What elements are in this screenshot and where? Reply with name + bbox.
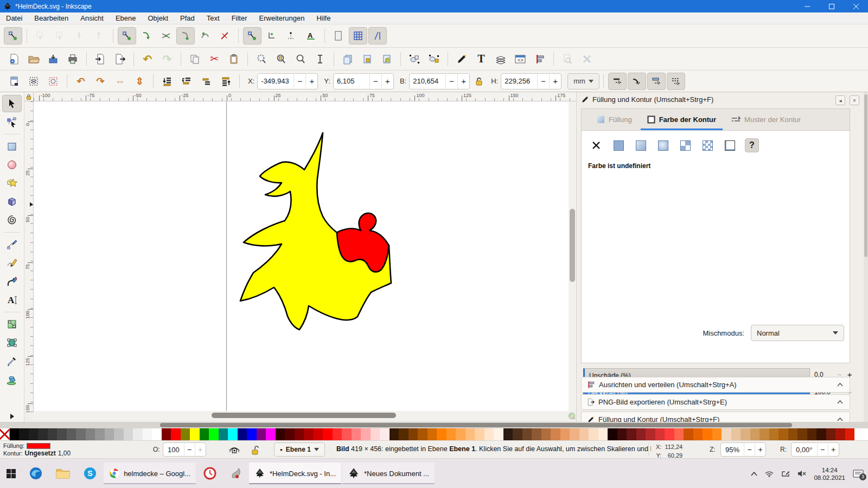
palette-swatch[interactable] (797, 428, 807, 440)
menu-bearbeiten[interactable]: Bearbeiten (28, 14, 74, 22)
rotation-inc[interactable]: + (828, 442, 839, 457)
rotation-value[interactable]: 0,00° (792, 446, 817, 454)
selector-tool[interactable] (2, 95, 22, 112)
inkscape-neues-dokument-taskbar-button[interactable]: *Neues Dokument ... (342, 463, 435, 484)
palette-swatch[interactable] (446, 428, 456, 440)
explorer-taskbar-button[interactable] (49, 463, 76, 484)
layers-dialog-icon[interactable] (492, 50, 510, 68)
find-icon[interactable] (558, 50, 577, 68)
raise-to-top-icon[interactable] (216, 73, 235, 90)
edge-taskbar-button[interactable] (22, 463, 49, 484)
ellipse-tool[interactable] (2, 156, 22, 174)
tab-fuellung[interactable]: Füllung (589, 109, 640, 130)
palette-no-color[interactable] (0, 428, 10, 440)
rotate-cw-icon[interactable]: ↷ (91, 73, 110, 90)
rectangle-tool[interactable] (2, 138, 22, 155)
close-button[interactable] (844, 0, 868, 12)
vertical-scrollbar[interactable] (569, 101, 576, 411)
palette-swatch[interactable] (399, 428, 409, 440)
y-value[interactable]: 6,105 (334, 77, 369, 85)
undo-icon[interactable]: ↶ (138, 50, 157, 68)
palette-swatch[interactable] (361, 428, 371, 440)
current-layer-selector[interactable]: ● Ebene 1 (274, 442, 325, 457)
snap-rotation-center-icon[interactable] (282, 27, 301, 44)
transform-gradient-toggle[interactable] (647, 73, 666, 90)
paint-swatch-button[interactable] (700, 138, 714, 152)
palette-swatch[interactable] (589, 428, 598, 440)
snap-bbox-corner-icon[interactable] (71, 27, 89, 44)
palette-swatch[interactable] (570, 428, 579, 440)
palette-swatch[interactable] (371, 428, 380, 440)
save-document-icon[interactable] (44, 50, 62, 68)
height-decrement[interactable]: − (537, 73, 549, 89)
object-opacity-value[interactable]: 100 (163, 446, 184, 454)
flip-horizontal-icon[interactable]: ⇔ (111, 73, 129, 90)
spiral-tool[interactable] (2, 211, 22, 229)
snap-guides-button[interactable] (368, 27, 387, 44)
maximize-button[interactable] (819, 0, 844, 12)
snap-line-midpoint-icon[interactable] (215, 27, 234, 44)
height-value[interactable]: 229,256 (501, 77, 537, 85)
paint-app-taskbar-button[interactable] (223, 463, 249, 484)
unlink-clone-icon[interactable] (378, 50, 396, 68)
palette-swatch[interactable] (285, 428, 295, 440)
palette-swatch[interactable] (551, 428, 560, 440)
palette-swatch[interactable] (29, 428, 39, 440)
palette-swatch[interactable] (333, 428, 342, 440)
canvas[interactable] (34, 101, 569, 411)
lower-to-bottom-icon[interactable] (158, 73, 176, 90)
palette-swatch[interactable] (133, 428, 143, 440)
opacity-inc[interactable]: + (195, 442, 206, 457)
open-document-icon[interactable] (24, 50, 43, 68)
palette-swatch[interactable] (760, 428, 769, 440)
snap-others-button[interactable] (243, 27, 261, 44)
snap-cusp-node-button[interactable] (176, 27, 195, 44)
network-icon[interactable] (765, 471, 774, 477)
new-document-icon[interactable] (5, 50, 23, 68)
palette-swatch[interactable] (162, 428, 171, 440)
tray-chevron-up-icon[interactable] (751, 472, 757, 476)
palette-swatch[interactable] (816, 428, 826, 440)
x-field[interactable]: -349,943−+ (257, 73, 318, 89)
palette-swatch[interactable] (712, 428, 722, 440)
fill-color-swatch[interactable] (27, 443, 50, 449)
redo-icon[interactable]: ↷ (158, 50, 176, 68)
palette-swatch[interactable] (484, 428, 494, 440)
tab-muster-der-kontur[interactable]: Muster der Kontur (724, 109, 808, 130)
palette-swatch[interactable] (247, 428, 257, 440)
snap-path-intersection-icon[interactable] (157, 27, 175, 44)
palette-swatch[interactable] (418, 428, 427, 440)
y-increment[interactable]: + (381, 73, 393, 89)
group-icon[interactable] (405, 50, 424, 68)
palette-swatch[interactable] (655, 428, 665, 440)
palette-swatch[interactable] (703, 428, 712, 440)
paint-flat-button[interactable] (611, 138, 626, 152)
palette-swatch[interactable] (532, 428, 541, 440)
palette-swatch[interactable] (409, 428, 418, 440)
ungroup-icon[interactable] (425, 50, 443, 68)
zoom-page-width-icon[interactable] (311, 50, 329, 68)
minimize-button[interactable] (795, 0, 819, 12)
snap-smooth-node-icon[interactable] (196, 27, 214, 44)
align-dialog-icon[interactable] (531, 50, 549, 68)
paint-radial-gradient-button[interactable] (656, 138, 670, 152)
lower-one-step-icon[interactable] (177, 73, 196, 90)
fill-stroke-indicator[interactable]: Füllung: Kontur:Ungesetzt1,00 (3, 442, 71, 457)
palette-swatch[interactable] (845, 428, 855, 440)
menu-text[interactable]: Text (201, 14, 226, 22)
menu-pfad[interactable]: Pfad (174, 14, 201, 22)
palette-swatch[interactable] (665, 428, 674, 440)
palette-swatch[interactable] (390, 428, 399, 440)
clone-icon[interactable] (358, 50, 376, 68)
zoom-page-icon[interactable] (291, 50, 310, 68)
zoom-selection-icon[interactable] (252, 50, 271, 68)
palette-swatch[interactable] (427, 428, 437, 440)
palette-swatch[interactable] (48, 428, 58, 440)
snap-grid-button[interactable] (349, 27, 367, 44)
palette-swatch[interactable] (76, 428, 86, 440)
preferences-icon[interactable] (578, 50, 596, 68)
tab-farbe-der-kontur[interactable]: Farbe der Kontur (640, 109, 724, 130)
palette-swatch[interactable] (114, 428, 124, 440)
star-tool[interactable] (2, 175, 22, 192)
menu-hilfe[interactable]: Hilfe (310, 14, 336, 22)
